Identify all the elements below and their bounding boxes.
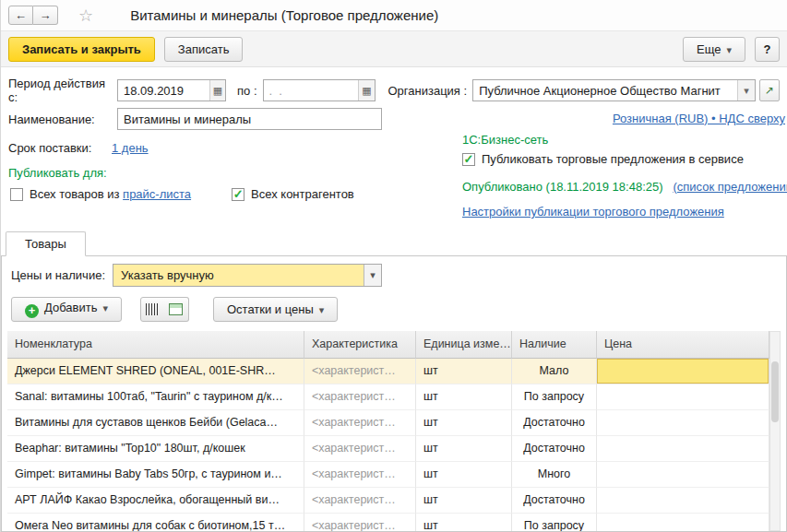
cell-nomenclature[interactable]: Джерси ELEMENT SHRED (ONEAL, 001E-SHR…	[7, 359, 304, 384]
table-row[interactable]: АРТ ЛАЙФ Какао Взрослейка, обогащенный в…	[7, 488, 769, 514]
chevron-down-icon: ▾	[726, 44, 732, 55]
organization-combo: ▾	[472, 79, 756, 101]
stock-and-prices-button[interactable]: Остатки и цены▾	[213, 297, 338, 322]
publication-settings-link[interactable]: Настройки публикации торгового предложен…	[462, 205, 724, 219]
check-icon: ✓	[233, 189, 244, 200]
cell-price[interactable]	[597, 384, 769, 410]
cell-availability[interactable]: Достаточно	[512, 436, 597, 462]
cell-characteristic[interactable]: <характерист…	[304, 410, 416, 436]
publish-in-service-checkbox[interactable]: ✓	[462, 153, 475, 166]
period-from-input[interactable]	[118, 80, 209, 100]
cell-unit[interactable]: шт	[416, 436, 512, 462]
all-contractors-option: ✓ Всех контрагентов	[232, 187, 354, 201]
cell-characteristic[interactable]: <характерист…	[304, 514, 416, 531]
cell-unit[interactable]: шт	[416, 514, 512, 531]
calendar-button-to[interactable]: ▦	[358, 80, 374, 100]
goods-table: Номенклатура Характеристика Единица изме…	[7, 331, 769, 531]
cell-unit[interactable]: шт	[416, 462, 512, 488]
favorite-star-icon[interactable]: ☆	[78, 6, 93, 25]
name-input[interactable]	[118, 109, 381, 129]
more-label: Еще	[697, 42, 721, 56]
period-to-input[interactable]	[264, 80, 359, 100]
column-header-characteristic[interactable]: Характеристика	[304, 331, 416, 359]
cell-availability[interactable]: По запросу	[512, 514, 597, 531]
save-button[interactable]: Записать	[164, 37, 244, 62]
cell-unit[interactable]: шт	[416, 384, 512, 410]
table-row[interactable]: Beaphar: витамины "Top10" 180шт, д/кошек…	[7, 436, 769, 462]
publish-for-options: ✓ Всех товаров из прайс-листа ✓ Всех кон…	[10, 187, 354, 201]
cell-nomenclature[interactable]: Витамины для суставов щенков Бейби (Gela…	[7, 410, 304, 436]
more-button[interactable]: Еще▾	[683, 37, 745, 62]
cell-availability[interactable]: Мало	[512, 359, 597, 384]
goods-selection-button[interactable]	[164, 297, 189, 322]
chevron-down-icon: ▾	[319, 304, 325, 315]
publish-for-label: Публиковать для:	[8, 166, 107, 180]
cell-availability[interactable]: Достаточно	[512, 410, 597, 436]
offers-list-link[interactable]: (список предложений)	[673, 180, 787, 194]
cell-nomenclature[interactable]: Gimpet: витамины Baby Tabs 50гр, с таури…	[7, 462, 304, 488]
cell-characteristic[interactable]: <характерист…	[304, 436, 416, 462]
barcode-icon	[146, 303, 160, 315]
titlebar: ← → ☆ Витамины и минералы (Торговое пред…	[1, 0, 787, 30]
cell-price[interactable]	[597, 462, 769, 488]
chevron-down-icon: ▾	[744, 85, 749, 96]
cell-characteristic[interactable]: <характерист…	[304, 488, 416, 514]
save-and-close-button[interactable]: Записать и закрыть	[8, 37, 155, 62]
column-header-availability[interactable]: Наличие	[512, 331, 597, 359]
all-goods-prefix: Всех товаров из	[30, 187, 119, 201]
cell-characteristic[interactable]: <характерист…	[304, 462, 416, 488]
tab-strip: Товары	[1, 231, 787, 255]
cell-nomenclature[interactable]: Омега Neo витамины для собак с биотином,…	[7, 514, 304, 531]
table-row[interactable]: Витамины для суставов щенков Бейби (Gela…	[7, 410, 769, 436]
table-row[interactable]: Gimpet: витамины Baby Tabs 50гр, с таури…	[7, 462, 769, 488]
chevron-down-icon: ▾	[370, 269, 376, 280]
vertical-scrollbar[interactable]	[769, 331, 781, 531]
cell-unit[interactable]: шт	[416, 359, 512, 384]
pricing-settings-link[interactable]: Розничная (RUB) • НДС сверху	[613, 112, 785, 125]
cell-nomenclature[interactable]: Sanal: витамины 100таб, "Taurin" с таури…	[7, 384, 304, 410]
cell-characteristic[interactable]: <характерист…	[304, 359, 416, 384]
column-header-unit[interactable]: Единица изме…	[416, 331, 512, 359]
cell-availability[interactable]: По запросу	[512, 384, 597, 410]
cell-unit[interactable]: шт	[416, 488, 512, 514]
tab-goods[interactable]: Товары	[6, 231, 86, 256]
cell-nomenclature[interactable]: Beaphar: витамины "Top10" 180шт, д/кошек	[7, 436, 304, 462]
cell-availability[interactable]: Достаточно	[512, 488, 597, 514]
plus-icon: +	[25, 304, 39, 318]
cell-characteristic[interactable]: <характерист…	[304, 384, 416, 410]
prices-mode-dropdown-button[interactable]: ▾	[364, 265, 381, 286]
prices-mode-value[interactable]: Указать вручную	[113, 265, 364, 286]
open-organization-button[interactable]: ↗	[759, 79, 780, 101]
table-row[interactable]: Омега Neo витамины для собак с биотином,…	[7, 514, 769, 531]
calendar-button-from[interactable]: ▦	[209, 80, 225, 100]
back-button[interactable]: ←	[8, 6, 33, 25]
back-icon: ←	[15, 8, 27, 22]
all-goods-checkbox[interactable]: ✓	[10, 188, 23, 201]
scrollbar-thumb[interactable]	[771, 361, 779, 422]
cell-price[interactable]	[597, 410, 769, 436]
delivery-row: Срок поставки: 1 день	[8, 141, 149, 155]
cell-unit[interactable]: шт	[416, 410, 512, 436]
cell-price[interactable]	[597, 436, 769, 462]
cell-price[interactable]	[597, 488, 769, 514]
period-to-label: по :	[237, 84, 257, 98]
table-row[interactable]: Sanal: витамины 100таб, "Taurin" с таури…	[7, 384, 769, 410]
organization-dropdown-button[interactable]: ▾	[737, 80, 755, 100]
cell-price-selected[interactable]	[597, 359, 769, 384]
cell-price[interactable]	[597, 514, 769, 531]
name-label: Наименование:	[8, 112, 112, 126]
table-row[interactable]: Джерси ELEMENT SHRED (ONEAL, 001E-SHR… <…	[7, 359, 769, 384]
published-status: Опубликовано (18.11.2019 18:48:25)	[462, 180, 663, 194]
cell-availability[interactable]: Много	[512, 462, 597, 488]
forward-button[interactable]: →	[33, 6, 58, 25]
cell-nomenclature[interactable]: АРТ ЛАЙФ Какао Взрослейка, обогащенный в…	[7, 488, 304, 514]
barcode-scan-button[interactable]	[140, 297, 165, 322]
price-list-link[interactable]: прайс-листа	[123, 187, 191, 201]
all-contractors-checkbox[interactable]: ✓	[232, 188, 244, 201]
add-button[interactable]: +Добавить▾	[11, 297, 122, 322]
help-button[interactable]: ?	[755, 37, 780, 62]
delivery-term-link[interactable]: 1 день	[112, 141, 149, 155]
organization-input[interactable]	[473, 80, 737, 100]
column-header-nomenclature[interactable]: Номенклатура	[7, 331, 304, 359]
column-header-price[interactable]: Цена	[597, 331, 769, 359]
